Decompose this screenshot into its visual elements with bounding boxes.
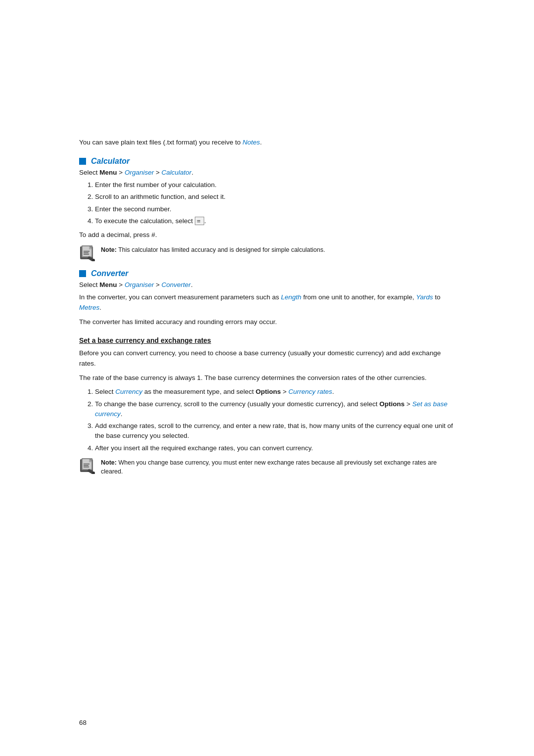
conv-body1-to: to (433, 293, 441, 301)
step1-mid: as the measurement type, and select (142, 388, 256, 395)
step2-options: Options (379, 400, 404, 408)
subsection-heading: Set a base currency and exchange rates (79, 336, 455, 344)
subsection-body1: Before you can convert currency, you nee… (79, 348, 455, 369)
subsection-note-label: Note: (101, 459, 117, 466)
calculator-blue-square-icon (79, 158, 86, 165)
page-number: 68 (79, 719, 87, 726)
page-content: You can save plain text files (.txt form… (0, 0, 534, 522)
conv-nav-organiser[interactable]: Organiser (125, 281, 154, 288)
note-icon-2 (79, 457, 96, 474)
svg-rect-16 (84, 465, 89, 466)
intro-text-prefix: You can save plain text files (.txt form… (79, 139, 242, 146)
calculator-note-box: Note: This calculator has limited accura… (79, 245, 455, 262)
converter-body1: In the converter, you can convert measur… (79, 292, 455, 313)
conv-nav-sep2: > (154, 281, 161, 288)
conv-body1-period: . (99, 304, 101, 311)
calc-nav-organiser[interactable]: Organiser (125, 169, 154, 176)
step2-prefix: To change the base currency, scroll to t… (95, 400, 379, 408)
converter-nav: Select Menu > Organiser > Converter. (79, 281, 455, 288)
conv-nav-converter[interactable]: Converter (162, 281, 191, 288)
conv-body1-mid: from one unit to another, for example, (302, 293, 416, 301)
calc-nav-prefix: Select (79, 169, 99, 176)
step1-currency-rates-link[interactable]: Currency rates (288, 388, 332, 395)
conv-yards-link[interactable]: Yards (416, 293, 433, 301)
conv-length-link[interactable]: Length (281, 293, 301, 301)
note-icon (79, 244, 96, 261)
intro-period: . (260, 139, 262, 146)
conv-nav-period: . (191, 281, 193, 288)
subsection-steps-list: Select Currency as the measurement type,… (95, 387, 455, 453)
step1-options: Options (256, 388, 281, 395)
conv-metres-link[interactable]: Metres (79, 304, 99, 311)
step1-period: . (332, 388, 334, 395)
subsection-note-text: Note: When you change base currency, you… (101, 458, 455, 476)
list-item: To execute the calculation, select = . (95, 216, 455, 226)
list-item: To change the base currency, scroll to t… (95, 399, 455, 420)
note-label: Note: (101, 246, 117, 253)
svg-rect-6 (84, 252, 89, 253)
conv-nav-sep1: > (117, 281, 125, 288)
svg-rect-7 (84, 254, 89, 255)
converter-body2: The converter has limited accuracy and r… (79, 317, 455, 328)
calc-nav-sep2: > (154, 169, 161, 176)
notes-link[interactable]: Notes (242, 139, 260, 146)
list-item: Scroll to an arithmetic function, and se… (95, 192, 455, 202)
step1-currency-link[interactable]: Currency (115, 388, 142, 395)
calculator-section-heading: Calculator (79, 157, 455, 166)
svg-rect-17 (84, 467, 89, 468)
conv-nav-menu: Menu (99, 281, 117, 288)
svg-rect-5 (84, 251, 89, 252)
calculator-steps-list: Enter the first number of your calculati… (95, 180, 455, 226)
conv-body1-prefix: In the converter, you can convert measur… (79, 293, 281, 301)
list-item: Add exchange rates, scroll to the curren… (95, 421, 455, 441)
calculator-note-text: Note: This calculator has limited accura… (101, 245, 325, 254)
step1-sep: > (281, 388, 288, 395)
conv-nav-prefix: Select (79, 281, 99, 288)
list-item: After you insert all the required exchan… (95, 443, 455, 453)
list-item: Select Currency as the measurement type,… (95, 387, 455, 397)
decimal-text: To add a decimal, press #. (79, 230, 455, 240)
calc-nav-sep1: > (117, 169, 125, 176)
equals-button-code: = (195, 217, 204, 225)
converter-section-heading: Converter (79, 269, 455, 278)
step1-prefix: Select (95, 388, 115, 395)
note-body: This calculator has limited accuracy and… (117, 246, 325, 253)
step2-period: . (121, 410, 123, 418)
subsection-note-box: Note: When you change base currency, you… (79, 458, 455, 476)
list-item: Enter the first number of your calculati… (95, 180, 455, 190)
calc-nav-menu: Menu (99, 169, 117, 176)
converter-blue-square-icon (79, 270, 86, 277)
svg-rect-15 (84, 464, 89, 465)
calc-nav-calculator[interactable]: Calculator (162, 169, 192, 176)
list-item: Enter the second number. (95, 204, 455, 214)
converter-title: Converter (91, 269, 129, 278)
subsection-body2: The rate of the base currency is always … (79, 373, 455, 383)
calculator-nav: Select Menu > Organiser > Calculator. (79, 169, 455, 176)
step2-sep: > (404, 400, 412, 408)
subsection-note-body: When you change base currency, you must … (101, 459, 437, 475)
calculator-title: Calculator (91, 157, 130, 166)
intro-paragraph: You can save plain text files (.txt form… (79, 139, 455, 146)
calc-nav-period: . (191, 169, 193, 176)
step4-text: To execute the calculation, select = . (95, 217, 206, 225)
